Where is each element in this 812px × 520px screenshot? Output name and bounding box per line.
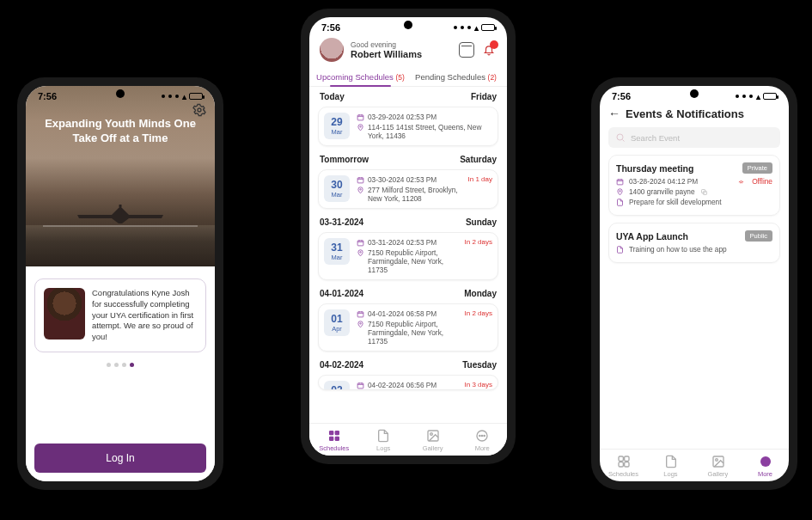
hero-image: 7:56 ▴ Expanding Youth Minds One Take Of… xyxy=(26,86,215,266)
svg-point-31 xyxy=(760,456,771,467)
schedule-card[interactable]: 01 Apr 04-01-2024 06:58 PM 7150 Republic… xyxy=(318,303,498,352)
notifications-icon[interactable] xyxy=(481,42,497,58)
date-month: Apr xyxy=(324,325,350,333)
page-title: Events & Notifications xyxy=(626,107,744,120)
camera-notch xyxy=(404,21,412,29)
svg-point-6 xyxy=(360,252,362,254)
login-button[interactable]: Log In xyxy=(34,444,206,473)
note-icon xyxy=(616,199,624,206)
event-tag: Private xyxy=(742,162,772,174)
hero-title: Expanding Youth Minds One Take Off at a … xyxy=(34,117,206,146)
tab-pending[interactable]: Pending Schedules (2) xyxy=(408,67,504,86)
schedule-address: 7150 Republic Airport, Farmingdale, New … xyxy=(368,320,458,346)
nav-more[interactable]: More xyxy=(458,429,508,452)
bottom-nav: Schedules Logs Gallery More xyxy=(600,449,789,481)
tab-upcoming[interactable]: Upcoming Schedules (5) xyxy=(313,67,408,86)
search-input[interactable]: Search Event xyxy=(608,127,780,148)
due-label: In 1 day xyxy=(468,175,492,183)
schedule-address: 7150 Republic Airport, Farmingdale, New … xyxy=(368,248,458,274)
phone-events: 7:56 ▴ ← Events & Notifications Search E… xyxy=(591,77,797,490)
tab-upcoming-count: (5) xyxy=(396,73,405,82)
camera-notch xyxy=(690,89,699,98)
schedule-datetime: 03-29-2024 02:53 PM xyxy=(368,113,437,121)
nav-logs[interactable]: Logs xyxy=(647,455,694,478)
notification-badge xyxy=(490,40,498,49)
location-icon xyxy=(357,187,364,194)
weekday-label: Saturday xyxy=(460,155,497,164)
event-datetime: 03-28-2024 04:12 PM xyxy=(629,177,698,186)
nav-gallery[interactable]: Gallery xyxy=(694,455,742,478)
schedule-address: 277 Milford Street, Brooklyn, New York, … xyxy=(368,186,461,203)
date-number: 02 xyxy=(324,384,350,390)
schedule-card[interactable]: 30 Mar 03-30-2024 02:53 PM 277 Milford S… xyxy=(318,169,498,209)
search-placeholder: Search Event xyxy=(631,133,680,143)
event-status: Offline xyxy=(752,177,772,186)
announcement-card[interactable]: Congratulations Kyne Josh for successful… xyxy=(34,278,206,352)
date-number: 01 xyxy=(324,313,350,325)
copy-icon[interactable] xyxy=(700,188,708,196)
back-button[interactable]: ← xyxy=(608,107,620,120)
nav-more[interactable]: More xyxy=(742,455,789,478)
carousel-dots[interactable] xyxy=(26,363,215,367)
schedule-list[interactable]: TodayFriday 29 Mar 03-29-2024 02:53 PM 1… xyxy=(309,87,507,423)
nav-logs-label: Logs xyxy=(376,444,390,452)
settings-icon[interactable] xyxy=(192,103,206,117)
day-header: TommorrowSaturday xyxy=(318,150,498,166)
event-note: Prepare for skill development xyxy=(629,198,721,206)
nav-schedules-label: Schedules xyxy=(608,470,638,478)
event-note: Training on how to use the app xyxy=(629,245,727,254)
weekday-label: Tuesday xyxy=(462,360,497,370)
announcement-text: Congratulations Kyne Josh for successful… xyxy=(92,288,197,343)
svg-point-18 xyxy=(482,435,483,436)
svg-rect-5 xyxy=(357,241,363,246)
svg-rect-13 xyxy=(334,437,339,441)
day-label: 03-31-2024 xyxy=(320,217,363,227)
schedule-datetime: 03-30-2024 02:53 PM xyxy=(368,175,437,184)
camera-notch xyxy=(116,89,125,98)
nav-logs[interactable]: Logs xyxy=(359,429,409,452)
svg-point-30 xyxy=(715,459,717,462)
nav-schedules-label: Schedules xyxy=(319,444,349,452)
svg-rect-25 xyxy=(619,456,623,461)
day-label: 04-02-2024 xyxy=(320,360,363,370)
airplane-icon xyxy=(69,199,172,225)
nav-more-label: More xyxy=(758,470,772,478)
svg-rect-28 xyxy=(624,462,628,467)
date-badge: 01 Apr xyxy=(324,309,350,336)
location-icon xyxy=(616,188,624,196)
location-icon xyxy=(357,321,364,328)
schedule-address: 114-115 141st Street, Queens, New York, … xyxy=(368,123,492,140)
due-label: In 2 days xyxy=(465,238,492,246)
svg-rect-7 xyxy=(357,312,363,317)
event-card[interactable]: UYA App Launch Public Training on how to… xyxy=(608,223,780,263)
calendar-icon xyxy=(357,310,364,318)
svg-point-8 xyxy=(360,323,362,325)
day-label: 04-01-2024 xyxy=(320,289,363,298)
day-header: 04-01-2024Monday xyxy=(318,284,498,300)
nav-schedules[interactable]: Schedules xyxy=(600,455,647,478)
tab-pending-label: Pending Schedules xyxy=(415,72,485,82)
profile-avatar[interactable] xyxy=(320,38,344,62)
day-header: 04-02-2024Tuesday xyxy=(318,355,498,371)
date-month: Mar xyxy=(324,128,350,136)
schedule-card[interactable]: 02 Apr 04-02-2024 06:56 PM In 3 days xyxy=(318,375,498,390)
event-title: UYA App Launch xyxy=(616,231,688,242)
schedule-card[interactable]: 29 Mar 03-29-2024 02:53 PM 114-115 141st… xyxy=(318,107,498,146)
event-address: 1400 granville payne xyxy=(629,187,695,196)
status-time: 7:56 xyxy=(321,22,340,33)
tab-pending-count: (2) xyxy=(488,73,497,82)
nav-schedules[interactable]: Schedules xyxy=(309,429,359,452)
schedule-card[interactable]: 31 Mar 03-31-2024 02:53 PM 7150 Republic… xyxy=(318,232,498,280)
svg-rect-27 xyxy=(619,462,623,467)
svg-rect-1 xyxy=(357,115,363,120)
date-number: 31 xyxy=(324,242,350,254)
calendar-icon[interactable] xyxy=(459,42,474,58)
date-badge: 02 Apr xyxy=(324,381,350,390)
date-badge: 30 Mar xyxy=(324,175,350,202)
calendar-icon xyxy=(357,382,364,389)
user-name: Robert Williams xyxy=(351,49,452,59)
day-label: Tommorrow xyxy=(320,155,369,164)
calendar-icon xyxy=(357,239,364,247)
nav-gallery[interactable]: Gallery xyxy=(408,429,458,452)
event-card[interactable]: Thursday meeting Private 03-28-2024 04:1… xyxy=(608,155,780,216)
